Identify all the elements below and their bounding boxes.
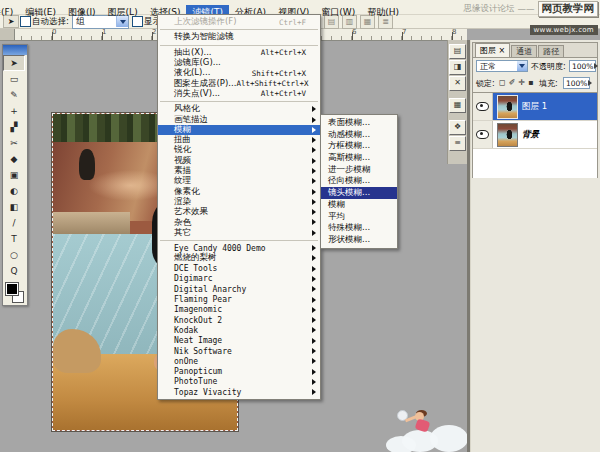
- filter-menu-item-label: PhotoTune: [174, 377, 217, 386]
- filter-menu-item[interactable]: Panopticum: [158, 367, 320, 377]
- submenu-arrow-icon: [312, 230, 316, 236]
- filter-menu-item[interactable]: Kodak: [158, 325, 320, 335]
- eyedropper-tool[interactable]: ○: [3, 247, 25, 263]
- filter-menu-item-label: Neat Image: [174, 336, 222, 345]
- panel-tab-1[interactable]: 图层 ×: [475, 43, 510, 57]
- menu-item-4[interactable]: 图层(L): [102, 5, 144, 19]
- blur-submenu-item[interactable]: 特殊模糊...: [321, 222, 397, 234]
- menu-item-9[interactable]: 窗口(W): [315, 5, 361, 19]
- filter-menu-item[interactable]: Nik Software: [158, 346, 320, 356]
- menu-item-1[interactable]: 文件(F): [0, 5, 19, 19]
- blur-submenu-item[interactable]: 镜头模糊...: [321, 187, 397, 199]
- marquee-tool[interactable]: ▭: [3, 71, 25, 87]
- filter-menu-item[interactable]: 消失点(V)...Alt+Ctrl+V: [158, 89, 320, 99]
- menu-item-2[interactable]: 编辑(E): [19, 5, 62, 19]
- move-tool[interactable]: ➤: [3, 55, 25, 71]
- opacity-input[interactable]: 100%: [569, 60, 596, 72]
- menu-item-3[interactable]: 图像(I): [62, 5, 102, 19]
- toolbox: ➤▭✎+▞✂◆▣◐◧/T○Q: [2, 44, 28, 306]
- filter-menu-item[interactable]: Flaming Pear: [158, 294, 320, 304]
- blur-submenu-item[interactable]: 表面模糊...: [321, 117, 397, 129]
- lock-icon[interactable]: ◻: [499, 77, 506, 89]
- layer-row[interactable]: 图层 1: [473, 93, 597, 121]
- lasso-tool[interactable]: ✎: [3, 87, 25, 103]
- filter-menu-item[interactable]: 燃烧的梨树: [158, 253, 320, 263]
- dock-panel-button-3[interactable]: ✕: [449, 76, 466, 91]
- filter-menu-item[interactable]: 其它: [158, 228, 320, 238]
- dock-panel-button-4[interactable]: ▦: [449, 98, 466, 113]
- filter-menu-item-shortcut: Shift+Ctrl+X: [252, 69, 314, 78]
- layer-thumbnail[interactable]: [497, 123, 518, 147]
- blur-submenu-item[interactable]: 高斯模糊...: [321, 152, 397, 164]
- filter-menu-item[interactable]: Topaz Vivacity: [158, 387, 320, 397]
- zoom-tool[interactable]: Q: [3, 263, 25, 279]
- blend-mode-select[interactable]: 正常: [476, 60, 528, 72]
- filter-menu: 上次滤镜操作(F)Ctrl+F转换为智能滤镜抽出(X)...Alt+Ctrl+X…: [157, 14, 321, 400]
- dock-panel-button-6[interactable]: ≡: [449, 136, 466, 151]
- eye-icon[interactable]: [476, 130, 489, 139]
- filter-menu-item[interactable]: KnockOut 2: [158, 315, 320, 325]
- layer-thumbnail[interactable]: [497, 95, 518, 119]
- fill-label: 填充:: [539, 78, 558, 89]
- blur-submenu-item[interactable]: 平均: [321, 211, 397, 223]
- layer-row[interactable]: 背景: [473, 121, 597, 149]
- brush-tool[interactable]: ▣: [3, 167, 25, 183]
- site-name: 网页教学网: [538, 1, 599, 17]
- slice-tool[interactable]: ✂: [3, 135, 25, 151]
- filter-menu-item-label: DCE Tools: [174, 264, 217, 273]
- submenu-arrow-icon: [312, 266, 316, 272]
- submenu-arrow-icon: [312, 219, 316, 225]
- magic-wand-tool[interactable]: +: [3, 103, 25, 119]
- dock-panel-button-5[interactable]: ❖: [449, 120, 466, 135]
- blur-submenu-item[interactable]: 径向模糊...: [321, 175, 397, 187]
- eye-icon[interactable]: [476, 102, 489, 111]
- layers-panel: 图层 ×通道路径 正常 不透明度: 100% 锁定: ◻✐✛▪ 填充: 100%…: [472, 42, 598, 178]
- filter-menu-item[interactable]: Digital Anarchy: [158, 284, 320, 294]
- filter-menu-item[interactable]: Imagenomic: [158, 305, 320, 315]
- filter-menu-item-label: Kodak: [174, 326, 198, 335]
- cartoon-watermark: [386, 412, 466, 452]
- submenu-arrow-icon: [312, 127, 316, 133]
- filter-menu-item-label: Eye Candy 4000 Demo: [174, 244, 266, 253]
- submenu-arrow-icon: [312, 286, 316, 292]
- gradient-tool[interactable]: /: [3, 215, 25, 231]
- dock-panel-button-2[interactable]: ◨: [449, 60, 466, 75]
- lock-icon[interactable]: ▪: [528, 77, 533, 89]
- foreground-color-swatch[interactable]: [6, 283, 18, 295]
- ruler-origin-box[interactable]: [0, 28, 15, 40]
- blur-submenu-item[interactable]: 方框模糊...: [321, 140, 397, 152]
- filter-menu-item[interactable]: 转换为智能滤镜: [158, 32, 320, 42]
- crop-tool[interactable]: ▞: [3, 119, 25, 135]
- blur-submenu-item[interactable]: 进一步模糊: [321, 164, 397, 176]
- toolbox-grip[interactable]: [3, 45, 27, 55]
- filter-menu-item[interactable]: Digimarc: [158, 274, 320, 284]
- filter-menu-item[interactable]: 上次滤镜操作(F)Ctrl+F: [158, 17, 320, 27]
- eraser-tool[interactable]: ◧: [3, 199, 25, 215]
- type-tool[interactable]: T: [3, 231, 25, 247]
- healing-brush-tool[interactable]: ◆: [3, 151, 25, 167]
- menu-separator: [160, 29, 318, 30]
- lock-icon[interactable]: ✐: [509, 77, 516, 89]
- dock-panel-button-1[interactable]: ▤: [449, 44, 466, 59]
- blur-submenu-item[interactable]: 模糊: [321, 199, 397, 211]
- filter-menu-item[interactable]: Neat Image: [158, 336, 320, 346]
- fill-input[interactable]: 100%: [563, 77, 590, 89]
- dropdown-arrow-icon[interactable]: [517, 61, 527, 71]
- filter-menu-item-label: 转换为智能滤镜: [174, 31, 234, 43]
- panel-tab-3[interactable]: 路径: [538, 45, 564, 57]
- ruler-number: 6: [352, 28, 356, 36]
- lock-icon[interactable]: ✛: [518, 77, 525, 89]
- submenu-arrow-icon: [312, 317, 316, 323]
- panel-tab-2[interactable]: 通道: [511, 45, 537, 57]
- menu-separator: [160, 240, 318, 241]
- filter-menu-item[interactable]: PhotoTune: [158, 377, 320, 387]
- filter-menu-item-label: KnockOut 2: [174, 316, 222, 325]
- filter-menu-item[interactable]: onOne: [158, 356, 320, 366]
- layer-visibility-cell[interactable]: [473, 93, 493, 120]
- menu-item-10[interactable]: 帮助(H): [361, 5, 405, 19]
- layer-visibility-cell[interactable]: [473, 121, 493, 148]
- blur-submenu-item[interactable]: 形状模糊...: [321, 234, 397, 246]
- blur-submenu-item[interactable]: 动感模糊...: [321, 129, 397, 141]
- clone-stamp-tool[interactable]: ◐: [3, 183, 25, 199]
- filter-menu-item[interactable]: DCE Tools: [158, 264, 320, 274]
